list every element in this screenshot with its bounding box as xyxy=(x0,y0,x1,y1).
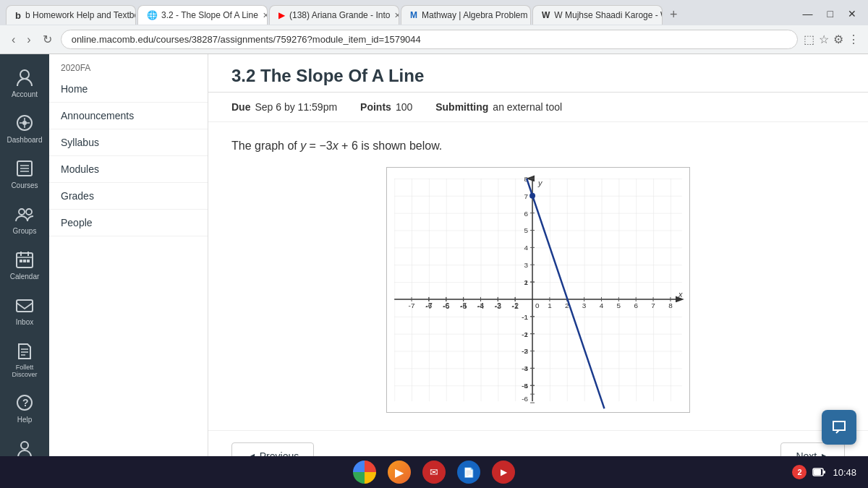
dashboard-icon xyxy=(14,113,35,133)
svg-text:5: 5 xyxy=(617,301,621,309)
tab-mathway[interactable]: M Mathway | Algebra Problem So ✕ xyxy=(401,5,531,25)
tab-homework[interactable]: b b Homework Help and Textbook S ✕ xyxy=(6,5,136,25)
sidebar-item-courses[interactable]: Courses xyxy=(0,151,49,197)
account-icon xyxy=(14,67,35,87)
meta-due: Due Sep 6 by 11:59pm xyxy=(231,101,337,113)
tab-label-ariana: (138) Ariana Grande - Into xyxy=(289,10,390,20)
svg-text:4: 4 xyxy=(524,244,529,252)
due-date: Sep 6 by 11:59pm xyxy=(255,101,337,113)
svg-text:-5: -5 xyxy=(522,382,528,390)
window-close[interactable]: ✕ xyxy=(842,7,862,21)
menu-button[interactable]: ⋮ xyxy=(848,33,859,46)
svg-point-2 xyxy=(22,121,27,125)
svg-text:7: 7 xyxy=(651,301,655,309)
nav-item-announcements[interactable]: Announcements xyxy=(49,103,208,129)
svg-text:1: 1 xyxy=(524,278,529,286)
refresh-button[interactable]: ↻ xyxy=(40,30,55,49)
sidebar-item-groups[interactable]: Groups xyxy=(0,197,49,242)
svg-point-8 xyxy=(26,209,32,215)
tab-ariana[interactable]: ▶ (138) Ariana Grande - Into ✕ xyxy=(269,5,399,25)
submitting-value: an external tool xyxy=(493,101,562,113)
svg-text:-5: -5 xyxy=(443,301,449,309)
equation-text: The graph of y = −3x + 6 is shown below. xyxy=(231,140,845,153)
sidebar-item-account[interactable]: Account xyxy=(0,60,49,106)
nav-item-syllabus[interactable]: Syllabus xyxy=(49,129,208,156)
window-minimize[interactable]: — xyxy=(797,7,819,21)
url-input[interactable] xyxy=(61,30,798,49)
svg-point-22 xyxy=(21,442,28,449)
cast-button[interactable]: ⬚ xyxy=(804,33,814,46)
sidebar-item-calendar[interactable]: Calendar xyxy=(0,242,49,288)
tab-slope[interactable]: 🌐 3.2 - The Slope Of A Line ✕ xyxy=(137,5,268,25)
svg-rect-112 xyxy=(814,469,821,475)
svg-text:-4: -4 xyxy=(522,364,528,372)
nav-item-grades[interactable]: Grades xyxy=(49,183,208,210)
sidebar-item-follett[interactable]: Follett Discover xyxy=(0,333,49,385)
sidebar-item-dashboard[interactable]: Dashboard xyxy=(0,106,49,151)
groups-label: Groups xyxy=(13,227,37,235)
taskbar-play[interactable]: ▶ xyxy=(388,461,411,484)
main-content: 3.2 The Slope Of A Line Due Sep 6 by 11:… xyxy=(208,54,868,456)
meta-points: Points 100 xyxy=(360,101,412,113)
nav-item-people[interactable]: People xyxy=(49,210,208,236)
tab-favicon-ariana: ▶ xyxy=(278,10,285,20)
svg-text:-6: -6 xyxy=(522,395,528,403)
tab-label-wiki: W Mujhse Shaadi Karoge - Wikipe xyxy=(554,10,663,20)
previous-button[interactable]: ◄ Previous xyxy=(231,442,314,456)
help-icon: ? xyxy=(14,393,35,413)
sidebar-item-inbox[interactable]: Inbox xyxy=(0,288,49,333)
calendar-label: Calendar xyxy=(10,273,40,281)
svg-rect-111 xyxy=(823,471,825,474)
svg-rect-14 xyxy=(23,260,26,262)
svg-text:-4: -4 xyxy=(460,301,467,309)
courses-icon xyxy=(14,158,35,179)
new-tab-button[interactable]: + xyxy=(664,4,684,25)
window-maximize[interactable]: □ xyxy=(822,7,839,21)
taskbar-time: 10:48 xyxy=(833,467,856,478)
taskbar-mail[interactable]: ✉ xyxy=(422,461,446,484)
taskbar-chrome[interactable] xyxy=(353,461,376,484)
forward-button[interactable]: › xyxy=(24,30,33,49)
svg-text:-1: -1 xyxy=(512,301,519,309)
tab-label-mathway: Mathway | Algebra Problem So xyxy=(422,10,531,20)
tab-close-ariana[interactable]: ✕ xyxy=(394,11,399,20)
address-bar: ‹ › ↻ ⬚ ☆ ⚙ ⋮ xyxy=(0,25,868,53)
course-label: 2020FA xyxy=(49,54,208,76)
courses-label: Courses xyxy=(11,181,38,189)
nav-item-home[interactable]: Home xyxy=(49,76,208,103)
points-value: 100 xyxy=(396,101,412,113)
svg-text:x: x xyxy=(678,290,683,299)
content-header: 3.2 The Slope Of A Line xyxy=(208,54,868,93)
tab-bar: b b Homework Help and Textbook S ✕ 🌐 3.2… xyxy=(0,0,868,25)
extension-button[interactable]: ⚙ xyxy=(833,33,843,46)
sidebar-item-help[interactable]: ? Help xyxy=(0,385,49,431)
tab-favicon-mathway: M xyxy=(410,10,417,20)
battery-icon xyxy=(812,465,827,479)
bookmark-button[interactable]: ☆ xyxy=(819,33,829,46)
coordinate-graph: -7 -6 -5 -4 -3 -2 xyxy=(386,167,690,413)
taskbar-youtube[interactable]: ▶ xyxy=(492,461,515,484)
points-label: Points xyxy=(360,101,391,113)
svg-text:6: 6 xyxy=(634,301,638,309)
svg-text:3: 3 xyxy=(582,301,587,309)
svg-text:3: 3 xyxy=(524,261,529,269)
tab-favicon-wiki: W xyxy=(542,10,550,20)
svg-text:6: 6 xyxy=(524,210,529,218)
svg-text:1: 1 xyxy=(548,301,552,309)
svg-text:-3: -3 xyxy=(477,301,484,309)
sidebar-item-student[interactable]: Student xyxy=(0,431,49,456)
chat-bubble[interactable] xyxy=(822,410,856,445)
nav-item-modules[interactable]: Modules xyxy=(49,156,208,183)
tab-favicon-homework: b xyxy=(15,10,21,20)
taskbar-docs[interactable]: 📄 xyxy=(457,461,480,484)
tab-wiki[interactable]: W W Mujhse Shaadi Karoge - Wikipe ✕ xyxy=(532,5,663,25)
svg-rect-13 xyxy=(20,260,22,262)
svg-text:-3: -3 xyxy=(522,347,528,355)
svg-text:-7: -7 xyxy=(409,301,415,309)
tab-close-slope[interactable]: ✕ xyxy=(263,11,268,20)
help-label: Help xyxy=(17,416,33,424)
tab-label-slope: 3.2 - The Slope Of A Line xyxy=(161,10,258,20)
svg-text:-2: -2 xyxy=(495,301,501,309)
svg-rect-16 xyxy=(17,300,33,312)
back-button[interactable]: ‹ xyxy=(9,30,18,49)
